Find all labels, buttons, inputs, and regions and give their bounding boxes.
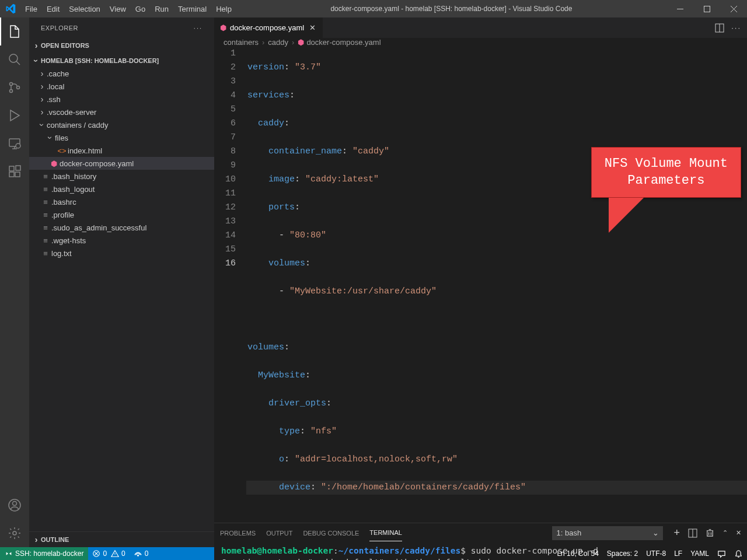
more-icon[interactable]: ···	[194, 24, 203, 32]
file-icon: ≡	[40, 172, 51, 181]
editor-area: ⬢ docker-compose.yaml ✕ ··· containers› …	[214, 18, 747, 547]
file-bashrc[interactable]: ≡.bashrc	[29, 195, 214, 208]
breadcrumb[interactable]: containers› caddy› ⬢ docker-compose.yaml	[214, 38, 747, 47]
docker-file-icon: ⬢	[298, 38, 304, 47]
close-panel-icon[interactable]: ✕	[736, 529, 741, 537]
breadcrumb-part[interactable]: docker-compose.yaml	[306, 38, 381, 47]
menubar: File Edit Selection View Go Run Terminal…	[20, 0, 236, 18]
status-spaces[interactable]: Spaces: 2	[603, 547, 642, 560]
outline-header[interactable]: ›OUTLINE	[29, 533, 214, 546]
kill-terminal-icon[interactable]	[706, 528, 714, 537]
file-profile[interactable]: ≡.profile	[29, 208, 214, 221]
svg-point-2	[9, 54, 18, 62]
code-content[interactable]: version: "3.7" services: caddy: containe…	[246, 47, 747, 523]
svg-rect-8	[9, 166, 14, 171]
folder-local[interactable]: ›.local	[29, 80, 214, 93]
status-eol[interactable]: LF	[670, 547, 686, 560]
folder-ssh[interactable]: ›.ssh	[29, 93, 214, 106]
menu-go[interactable]: Go	[131, 0, 150, 18]
status-errors[interactable]: 0	[88, 547, 111, 560]
remote-explorer-icon[interactable]	[0, 130, 29, 158]
file-sudo-admin[interactable]: ≡.sudo_as_admin_successful	[29, 221, 214, 234]
chevron-down-icon: ⌄	[652, 528, 659, 537]
extensions-icon[interactable]	[0, 158, 29, 186]
close-button[interactable]	[720, 0, 747, 18]
sidebar-header: EXPLORER ···	[29, 18, 214, 38]
docker-file-icon: ⬢	[220, 23, 226, 32]
status-language[interactable]: YAML	[686, 547, 713, 560]
workspace-header[interactable]: ›HOMELAB [SSH: HOMELAB-DOCKER]	[29, 54, 214, 67]
file-docker-compose[interactable]: ⬢docker-compose.yaml	[29, 157, 214, 170]
tab-docker-compose[interactable]: ⬢ docker-compose.yaml ✕	[214, 18, 323, 38]
new-terminal-icon[interactable]: +	[673, 527, 680, 539]
split-terminal-icon[interactable]	[688, 528, 697, 538]
file-index-html[interactable]: <>index.html	[29, 144, 214, 157]
close-tab-icon[interactable]: ✕	[308, 23, 317, 32]
svg-point-14	[13, 531, 16, 535]
file-icon: ≡	[40, 198, 51, 206]
status-ports[interactable]: 0	[130, 547, 153, 560]
menu-view[interactable]: View	[105, 0, 131, 18]
source-control-icon[interactable]	[0, 74, 29, 102]
breadcrumb-part[interactable]: caddy	[268, 38, 288, 47]
file-icon: ≡	[40, 249, 51, 258]
menu-selection[interactable]: Selection	[64, 0, 104, 18]
svg-point-5	[17, 86, 20, 89]
svg-rect-1	[704, 6, 710, 12]
more-actions-icon[interactable]: ···	[731, 23, 741, 33]
open-editors-header[interactable]: ›OPEN EDITORS	[29, 39, 214, 52]
menu-help[interactable]: Help	[211, 0, 236, 18]
panel-tab-debug[interactable]: DEBUG CONSOLE	[303, 525, 359, 541]
status-warnings[interactable]: 0	[111, 547, 130, 560]
svg-point-3	[10, 83, 13, 86]
maximize-panel-icon[interactable]: ⌃	[722, 529, 728, 537]
run-debug-icon[interactable]	[0, 102, 29, 130]
panel-tab-problems[interactable]: PROBLEMS	[220, 525, 256, 541]
folder-files[interactable]: ›files	[29, 131, 214, 144]
activitybar	[0, 18, 29, 547]
svg-point-7	[16, 144, 20, 148]
file-bash-history[interactable]: ≡.bash_history	[29, 170, 214, 183]
titlebar: File Edit Selection View Go Run Terminal…	[0, 0, 747, 18]
folder-cache[interactable]: ›.cache	[29, 67, 214, 80]
menu-edit[interactable]: Edit	[42, 0, 64, 18]
editor-tabs: ⬢ docker-compose.yaml ✕ ···	[214, 18, 747, 38]
menu-run[interactable]: Run	[150, 0, 173, 18]
status-feedback-icon[interactable]	[713, 547, 730, 560]
terminal-shell-select[interactable]: 1: bash⌄	[552, 526, 663, 540]
file-icon: ≡	[40, 236, 51, 245]
panel-tab-terminal[interactable]: TERMINAL	[369, 524, 402, 541]
svg-rect-9	[9, 172, 14, 177]
code-editor[interactable]: 12345678910111213141516 version: "3.7" s…	[214, 47, 747, 523]
maximize-button[interactable]	[693, 0, 720, 18]
minimize-button[interactable]	[666, 0, 693, 18]
status-ln-col[interactable]: Ln 16, Col 54	[553, 547, 602, 560]
remote-indicator[interactable]: SSH: homelab-docker	[0, 547, 88, 560]
explorer-icon[interactable]	[0, 18, 29, 46]
svg-point-4	[10, 90, 13, 93]
annotation-callout: NFS Volume Mount Parameters	[591, 147, 741, 233]
panel-tab-output[interactable]: OUTPUT	[266, 525, 292, 541]
tab-label: docker-compose.yaml	[230, 23, 304, 32]
callout-text: Parameters	[605, 173, 728, 190]
status-bell-icon[interactable]	[730, 547, 747, 560]
file-log-txt[interactable]: ≡log.txt	[29, 247, 214, 260]
folder-vscode-server[interactable]: ›.vscode-server	[29, 106, 214, 118]
file-bash-logout[interactable]: ≡.bash_logout	[29, 183, 214, 195]
status-encoding[interactable]: UTF-8	[642, 547, 670, 560]
menu-file[interactable]: File	[20, 0, 42, 18]
sidebar: EXPLORER ··· ›OPEN EDITORS ›HOMELAB [SSH…	[29, 18, 214, 547]
breadcrumb-part[interactable]: containers	[224, 38, 259, 47]
accounts-icon[interactable]	[0, 491, 29, 519]
callout-text: NFS Volume Mount	[605, 156, 728, 173]
menu-terminal[interactable]: Terminal	[173, 0, 211, 18]
file-wget-hsts[interactable]: ≡.wget-hsts	[29, 234, 214, 247]
file-icon: ≡	[40, 223, 51, 232]
file-icon: ≡	[40, 185, 51, 194]
search-icon[interactable]	[0, 46, 29, 74]
split-editor-icon[interactable]	[715, 23, 724, 33]
settings-gear-icon[interactable]	[0, 519, 29, 547]
line-numbers: 12345678910111213141516	[214, 47, 246, 523]
docker-file-icon: ⬢	[48, 159, 60, 168]
folder-containers-caddy[interactable]: ›containers / caddy	[29, 118, 214, 131]
